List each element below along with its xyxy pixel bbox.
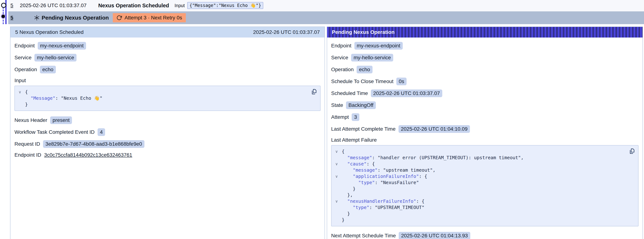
field-value-badge: 3e829b7e-7d67-4b08-aad3-b1e868bfe9e0 — [43, 140, 144, 148]
json-line: "Message": "Nexus Echo 👋" — [18, 95, 316, 102]
field-label: Endpoint — [331, 43, 352, 49]
json-line: ∨ "cause": { — [335, 161, 634, 167]
json-line: }, — [335, 192, 634, 198]
field-label: Scheduled Time — [331, 90, 368, 96]
field-value-badge: 4 — [98, 128, 105, 136]
detail-row-service: Service my-hello-service — [331, 54, 638, 62]
event-row-nexus-operation-scheduled[interactable]: 5 2025-02-26 UTC 01:03:37.07 Nexus Opera… — [8, 0, 644, 11]
detail-row-endpoint: Endpoint my-nexus-endpoint — [331, 42, 638, 50]
detail-row-next-attempt-schedule-time: Next Attempt Schedule Time 2025-02-26 UT… — [331, 232, 638, 239]
event-title: Nexus Operation Scheduled — [98, 2, 169, 8]
detail-row-last-attempt-complete-time: Last Attempt Complete Time 2025-02-26 UT… — [331, 125, 638, 133]
json-line: ∨ "nexusHandlerFailureInfo": { — [335, 198, 634, 204]
pending-event-id-link[interactable]: 5 — [10, 15, 13, 21]
indent-spacer — [335, 167, 342, 173]
field-label: Schedule To Close Timeout — [331, 78, 394, 84]
event-detail-header: 5 Nexus Operation Scheduled 2025-02-26 U… — [10, 27, 324, 38]
indent-spacer — [18, 102, 25, 108]
json-line: "message": "upstream timeout", — [335, 167, 634, 173]
field-label: Service — [14, 55, 32, 60]
indent-spacer — [335, 155, 342, 161]
timeline-open-node-icon — [1, 3, 6, 8]
json-line: "type": "NexusFailure" — [335, 180, 634, 186]
pending-operation-title: Pending Nexus Operation — [332, 29, 394, 35]
field-value-badge: 2025-02-26 UTC 01:04:13.93 — [399, 232, 470, 239]
input-section-label: Input — [14, 78, 320, 84]
pending-operation-card: Pending Nexus Operation Endpoint my-nexu… — [327, 26, 643, 239]
event-id-link[interactable]: 5 — [10, 2, 13, 8]
last-attempt-failure-label: Last Attempt Failure — [331, 137, 638, 143]
field-value-badge: BackingOff — [346, 102, 376, 109]
detail-row-endpoint: Endpoint my-nexus-endpoint — [14, 42, 320, 50]
json-line: ∨{ — [335, 148, 634, 155]
detail-row-workflow-task-completed-event-id: Workflow Task Completed Event ID 4 — [14, 128, 320, 136]
json-line: ∨ "applicationFailureInfo": { — [335, 173, 634, 180]
field-label: Endpoint ID — [14, 152, 41, 158]
event-input-preview-badge: {"Message":"Nexus Echo 👋"} — [187, 2, 263, 9]
event-timestamp: 2025-02-26 UTC 01:03:37.07 — [20, 2, 86, 8]
json-line: "type": "UPSTREAM_TIMEOUT" — [335, 204, 634, 211]
indent-spacer — [335, 186, 342, 192]
copy-icon[interactable] — [311, 88, 317, 95]
retry-badge-label: Attempt 3 · Next Retry 0s — [124, 15, 182, 21]
input-json-viewer: ∨{ "Message": "Nexus Echo 👋" } — [14, 86, 320, 111]
json-line: } — [335, 211, 634, 217]
field-label: Last Attempt Complete Time — [331, 126, 396, 132]
field-value-badge: 2025-02-26 UTC 01:03:37.07 — [371, 90, 442, 97]
field-label: Workflow Task Completed Event ID — [14, 129, 95, 135]
json-line: } — [335, 217, 634, 223]
json-line: } — [335, 186, 634, 192]
event-detail-title: 5 Nexus Operation Scheduled — [15, 29, 84, 35]
field-label: Next Attempt Schedule Time — [331, 233, 396, 239]
workflow-history-view: 5 2025-02-26 UTC 01:03:37.07 Nexus Opera… — [0, 0, 644, 239]
detail-row-operation: Operation echo — [331, 66, 638, 74]
json-line: "message": "handler error (UPSTREAM_TIME… — [335, 155, 634, 161]
collapse-chevron-icon[interactable]: ∨ — [335, 173, 342, 180]
pending-asterisk-icon — [34, 15, 40, 21]
timeline-filled-node-icon — [2, 15, 5, 18]
field-label: Operation — [14, 66, 37, 72]
pending-row-title: Pending Nexus Operation — [42, 15, 109, 21]
retry-icon — [116, 15, 122, 20]
field-label: Request ID — [14, 141, 40, 147]
event-detail-timestamp: 2025-02-26 UTC 01:03:37.07 — [253, 29, 320, 35]
indent-spacer — [335, 217, 342, 223]
pending-operation-header: Pending Nexus Operation — [327, 27, 642, 38]
failure-json-viewer: ∨{ "message": "handler error (UPSTREAM_T… — [331, 145, 638, 226]
field-value-badge: 0s — [396, 78, 406, 85]
field-value-badge: 3 — [352, 113, 359, 121]
collapse-chevron-icon[interactable]: ∨ — [335, 198, 342, 204]
endpoint-id-link[interactable]: 3c0c75ccfa8144b092c13ce632463761 — [44, 152, 132, 158]
event-input-label: Input — [175, 3, 185, 8]
detail-row-nexus-header: Nexus Header present — [14, 116, 320, 124]
field-label: Attempt — [331, 114, 349, 120]
detail-row-request-id: Request ID 3e829b7e-7d67-4b08-aad3-b1e86… — [14, 140, 320, 148]
collapse-chevron-icon[interactable]: ∨ — [335, 161, 342, 167]
json-line: ∨{ — [18, 89, 316, 95]
detail-row-operation: Operation echo — [14, 66, 320, 74]
field-label: Nexus Header — [14, 117, 47, 123]
detail-row-service: Service my-hello-service — [14, 54, 320, 62]
indent-spacer — [335, 180, 342, 186]
collapse-chevron-icon[interactable]: ∨ — [335, 148, 342, 155]
field-label: Service — [331, 55, 348, 60]
field-value-badge: my-hello-service — [34, 54, 76, 62]
detail-row-schedule-to-close-timeout: Schedule To Close Timeout 0s — [331, 78, 638, 85]
indent-spacer — [335, 204, 342, 211]
field-value-badge: echo — [356, 66, 372, 74]
field-value-badge: present — [50, 116, 72, 124]
event-detail-panels: 5 Nexus Operation Scheduled 2025-02-26 U… — [10, 26, 643, 239]
collapse-chevron-icon[interactable]: ∨ — [18, 89, 25, 95]
retry-attempt-badge: Attempt 3 · Next Retry 0s — [113, 13, 186, 22]
field-label: Operation — [331, 66, 354, 72]
field-value-badge: echo — [40, 66, 56, 74]
copy-icon[interactable] — [628, 148, 635, 154]
pending-nexus-operation-row[interactable]: 5 Pending Nexus Operation Attempt 3 · Ne… — [8, 11, 644, 24]
indent-spacer — [335, 192, 342, 198]
detail-row-attempt: Attempt 3 — [331, 113, 638, 121]
indent-spacer — [335, 211, 342, 217]
detail-row-endpoint-id: Endpoint ID 3c0c75ccfa8144b092c13ce63246… — [14, 152, 320, 158]
event-detail-card: 5 Nexus Operation Scheduled 2025-02-26 U… — [10, 26, 325, 239]
field-label: State — [331, 102, 343, 108]
detail-row-state: State BackingOff — [331, 102, 638, 109]
